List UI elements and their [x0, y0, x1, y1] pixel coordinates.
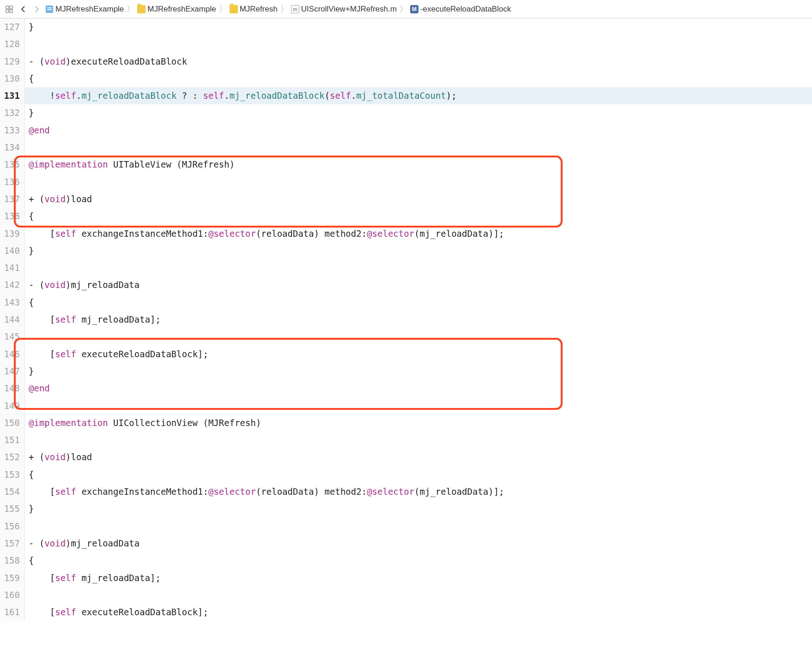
svg-rect-1: [10, 6, 12, 9]
line-number: 139: [0, 225, 20, 242]
code-area[interactable]: } - (void)executeReloadDataBlock { !self…: [25, 18, 812, 621]
code-line[interactable]: }: [25, 104, 812, 121]
breadcrumb: MJRefreshExample 〉 MJRefreshExample 〉 MJ…: [45, 4, 511, 14]
line-number: 135: [0, 156, 20, 173]
code-line[interactable]: [25, 587, 812, 604]
code-line[interactable]: @end: [25, 122, 812, 139]
code-line[interactable]: [self mj_reloadData];: [25, 311, 812, 328]
code-line[interactable]: {: [25, 294, 812, 311]
code-line[interactable]: [self executeReloadDataBlock];: [25, 604, 812, 621]
line-number-current: 131: [0, 87, 20, 104]
back-button[interactable]: [18, 4, 29, 15]
line-number: 159: [0, 570, 20, 587]
line-number: 138: [0, 208, 20, 225]
code-line[interactable]: [25, 174, 812, 191]
line-number: 154: [0, 483, 20, 500]
line-number: 144: [0, 311, 20, 328]
breadcrumb-method[interactable]: M -executeReloadDataBlock: [410, 5, 511, 14]
code-line[interactable]: [self executeReloadDataBlock];: [25, 346, 812, 363]
line-number: 132: [0, 104, 20, 121]
line-number: 160: [0, 587, 20, 604]
code-line[interactable]: [self exchangeInstanceMethod1:@selector(…: [25, 483, 812, 500]
code-line[interactable]: [25, 518, 812, 535]
related-items-icon[interactable]: [4, 4, 15, 15]
line-number: 142: [0, 276, 20, 294]
project-icon: [45, 5, 54, 13]
code-line[interactable]: [25, 139, 812, 156]
code-line[interactable]: - (void)mj_reloadData: [25, 276, 812, 294]
chevron-right-icon: 〉: [218, 4, 228, 14]
breadcrumb-folder-2[interactable]: MJRefresh: [230, 5, 278, 14]
line-number: 137: [0, 191, 20, 208]
line-number: 150: [0, 414, 20, 432]
code-line[interactable]: [25, 328, 812, 345]
code-line[interactable]: + (void)load: [25, 191, 812, 208]
line-number: 153: [0, 466, 20, 483]
breadcrumb-folder-2-label: MJRefresh: [240, 5, 278, 14]
line-number: 145: [0, 328, 20, 345]
code-line[interactable]: }: [25, 18, 812, 36]
code-line[interactable]: @end: [25, 380, 812, 397]
line-number: 158: [0, 552, 20, 569]
code-line[interactable]: + (void)load: [25, 449, 812, 466]
forward-button[interactable]: [31, 4, 42, 15]
line-number: 134: [0, 139, 20, 156]
breadcrumb-file-label: UIScrollView+MJRefresh.m: [301, 5, 397, 14]
code-line[interactable]: {: [25, 466, 812, 483]
svg-rect-6: [47, 9, 52, 10]
code-line[interactable]: [25, 432, 812, 449]
breadcrumb-method-label: -executeReloadDataBlock: [420, 5, 511, 14]
breadcrumb-project[interactable]: MJRefreshExample: [45, 5, 124, 14]
line-number: 155: [0, 500, 20, 517]
folder-icon: [230, 5, 238, 13]
line-number: 128: [0, 36, 20, 53]
breadcrumb-project-label: MJRefreshExample: [55, 5, 124, 14]
svg-rect-0: [6, 6, 9, 9]
breadcrumb-folder-1-label: MJRefreshExample: [147, 5, 216, 14]
code-line[interactable]: {: [25, 208, 812, 225]
line-number: 129: [0, 53, 20, 70]
line-number: 151: [0, 432, 20, 449]
code-editor[interactable]: 127 128 129 130 131 132 133 134 135 136 …: [0, 18, 812, 621]
chevron-right-icon: 〉: [126, 4, 135, 14]
chevron-right-icon: 〉: [279, 4, 289, 14]
line-number: 147: [0, 363, 20, 380]
code-line[interactable]: }: [25, 500, 812, 517]
svg-rect-5: [47, 7, 52, 8]
chevron-right-icon: 〉: [399, 4, 408, 14]
line-number: 157: [0, 535, 20, 552]
code-line[interactable]: }: [25, 242, 812, 259]
method-icon: M: [410, 5, 418, 13]
line-number: 127: [0, 18, 20, 36]
code-line-current[interactable]: !self.mj_reloadDataBlock ? : self.mj_rel…: [25, 87, 812, 104]
code-line[interactable]: @implementation UICollectionView (MJRefr…: [25, 414, 812, 432]
line-number: 148: [0, 380, 20, 397]
code-line[interactable]: {: [25, 70, 812, 87]
code-line[interactable]: [25, 397, 812, 414]
code-line[interactable]: }: [25, 363, 812, 380]
line-number: 152: [0, 449, 20, 466]
line-number: 161: [0, 604, 20, 621]
code-line[interactable]: - (void)mj_reloadData: [25, 535, 812, 552]
svg-rect-2: [6, 10, 9, 12]
line-number: 143: [0, 294, 20, 311]
code-line[interactable]: [self mj_reloadData];: [25, 570, 812, 587]
line-number: 136: [0, 174, 20, 191]
line-number: 133: [0, 122, 20, 139]
code-line[interactable]: [25, 259, 812, 276]
line-number: 146: [0, 346, 20, 363]
folder-icon: [137, 5, 145, 13]
breadcrumb-file[interactable]: m UIScrollView+MJRefresh.m: [291, 5, 397, 14]
breadcrumb-folder-1[interactable]: MJRefreshExample: [137, 5, 216, 14]
line-number-gutter: 127 128 129 130 131 132 133 134 135 136 …: [0, 18, 25, 621]
m-file-icon: m: [291, 5, 299, 13]
code-line[interactable]: {: [25, 552, 812, 569]
code-line[interactable]: [self exchangeInstanceMethod1:@selector(…: [25, 225, 812, 242]
code-line[interactable]: - (void)executeReloadDataBlock: [25, 53, 812, 70]
line-number: 130: [0, 70, 20, 87]
line-number: 149: [0, 397, 20, 414]
line-number: 156: [0, 518, 20, 535]
code-line[interactable]: [25, 36, 812, 53]
code-line[interactable]: @implementation UITableView (MJRefresh): [25, 156, 812, 173]
line-number: 140: [0, 242, 20, 259]
